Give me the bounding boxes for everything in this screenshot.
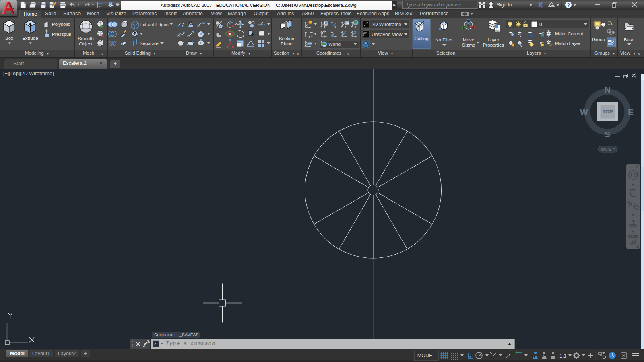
- svg-text:Polysolid: Polysolid: [52, 22, 70, 27]
- svg-text:Object: Object: [79, 41, 93, 46]
- svg-text:E: E: [628, 107, 634, 117]
- svg-text:Extract Edges: Extract Edges: [140, 22, 169, 27]
- svg-text:Z: Z: [343, 30, 346, 35]
- svg-text:3: 3: [354, 30, 356, 35]
- svg-text:Base: Base: [624, 37, 634, 42]
- svg-text:Properties: Properties: [483, 43, 504, 47]
- svg-text:Plane: Plane: [281, 41, 292, 46]
- svg-text:S: S: [605, 130, 610, 139]
- svg-text:TOP: TOP: [603, 109, 613, 115]
- svg-text:World: World: [328, 42, 341, 47]
- svg-text:Smooth: Smooth: [78, 36, 94, 41]
- svg-text:[−][Top][2D Wireframe]: [−][Top][2D Wireframe]: [3, 71, 54, 76]
- svg-text:WCS: WCS: [601, 147, 611, 152]
- svg-text:x: x: [311, 33, 313, 38]
- svg-text:Separate: Separate: [140, 41, 159, 46]
- svg-text:Culling: Culling: [414, 36, 428, 41]
- svg-text:MODEL: MODEL: [417, 353, 436, 358]
- svg-text:2D Wireframe: 2D Wireframe: [372, 22, 401, 27]
- svg-text:Gizmo: Gizmo: [462, 43, 475, 47]
- svg-text:1:1: 1:1: [559, 353, 566, 359]
- svg-text:Move: Move: [463, 37, 474, 42]
- svg-text:No Filter: No Filter: [435, 37, 453, 42]
- svg-text:Presspull: Presspull: [52, 32, 71, 37]
- svg-text:Extrude: Extrude: [22, 36, 38, 41]
- svg-text:Group: Group: [592, 37, 605, 42]
- svg-text:Section: Section: [279, 36, 294, 41]
- svg-text:Make Current: Make Current: [555, 31, 583, 36]
- svg-text:0: 0: [539, 22, 542, 27]
- svg-text:?: ?: [567, 2, 570, 8]
- svg-text:Box: Box: [5, 36, 13, 41]
- svg-text:Layer: Layer: [488, 37, 500, 42]
- svg-text:W: W: [580, 107, 588, 117]
- svg-text:N: N: [604, 85, 610, 94]
- svg-text:Match Layer: Match Layer: [555, 41, 580, 46]
- svg-text:Unsaved View: Unsaved View: [372, 32, 402, 37]
